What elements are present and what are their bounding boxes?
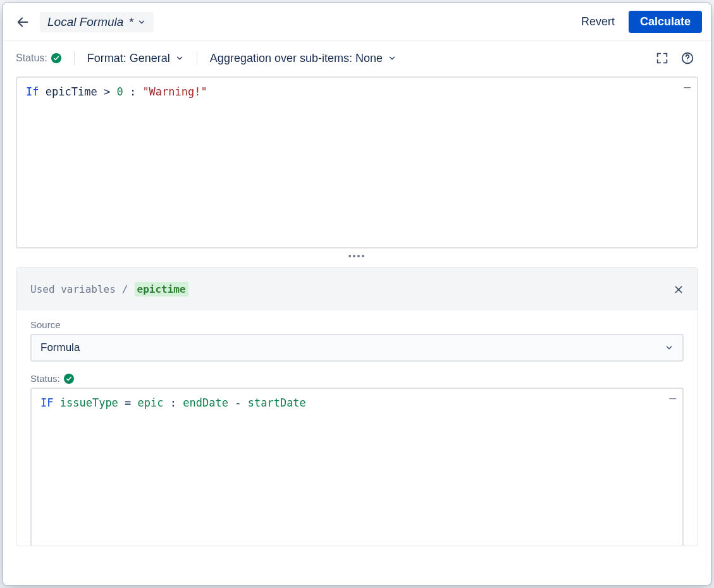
code-token: epicTime: [46, 85, 97, 98]
code-token: If: [26, 85, 39, 98]
code-token: 0: [116, 85, 123, 98]
chevron-down-icon: [175, 54, 184, 63]
format-label: Format: General: [87, 52, 170, 65]
code-token: "Warning!": [142, 85, 207, 98]
code-token: startDate: [248, 396, 306, 409]
chevron-down-icon: [388, 54, 397, 63]
format-dropdown[interactable]: Format: General: [87, 52, 184, 65]
status-label: Status:: [16, 52, 47, 64]
source-value: Formula: [40, 341, 80, 354]
collapse-icon[interactable]: —: [684, 80, 691, 94]
code-token: =: [125, 396, 131, 409]
resize-handle[interactable]: ••••: [3, 248, 711, 267]
code-token: :: [130, 85, 136, 98]
code-token: :: [170, 396, 176, 409]
collapse-icon[interactable]: —: [669, 391, 676, 405]
nested-status: Status:: [30, 373, 684, 384]
variable-panel-header: Used variables / epictime: [16, 268, 698, 310]
source-select[interactable]: Formula: [30, 334, 684, 362]
code-token: -: [235, 396, 241, 409]
aggregation-dropdown[interactable]: Aggregation over sub-items: None: [210, 52, 397, 65]
code-token: IF: [40, 396, 53, 409]
nested-status-label: Status:: [30, 373, 60, 384]
svg-point-2: [687, 61, 687, 61]
status-ok-icon: [51, 53, 61, 63]
code-token: >: [104, 85, 110, 98]
variable-panel-body: Source Formula Status: — IF issueType: [16, 310, 698, 546]
back-button[interactable]: [12, 11, 34, 33]
source-label: Source: [30, 319, 684, 330]
editor-toolbar: Status: Format: General Aggregation over…: [3, 41, 711, 77]
revert-button[interactable]: Revert: [574, 11, 622, 32]
formula-editor[interactable]: — If epicTime > 0 : "Warning!": [16, 77, 698, 248]
variable-panel: Used variables / epictime Source Formula…: [16, 267, 698, 546]
calculate-button[interactable]: Calculate: [629, 11, 702, 33]
variable-name: epictime: [135, 282, 188, 297]
code-token: epic: [138, 396, 164, 409]
close-icon: [674, 285, 684, 295]
chevron-down-icon: [665, 343, 674, 352]
maximize-icon: [655, 51, 669, 65]
status-ok-icon: [64, 374, 74, 384]
modal-body[interactable]: Status: Format: General Aggregation over…: [3, 41, 711, 585]
fullscreen-button[interactable]: [651, 47, 673, 69]
modal-header: Local Formula * Revert Calculate: [3, 3, 711, 41]
help-button[interactable]: [677, 47, 698, 69]
formula-editor-modal: Local Formula * Revert Calculate Status:…: [3, 3, 711, 585]
code-token: endDate: [183, 396, 228, 409]
dirty-indicator: *: [128, 15, 133, 29]
code-token: issueType: [60, 396, 118, 409]
nested-formula-editor[interactable]: — IF issueType = epic : endDate - startD…: [30, 388, 684, 546]
separator: [74, 51, 75, 65]
aggregation-label: Aggregation over sub-items: None: [210, 52, 383, 65]
breadcrumb-separator: /: [122, 283, 128, 295]
formula-title: Local Formula: [47, 15, 123, 29]
breadcrumb-root[interactable]: Used variables: [30, 283, 116, 295]
chevron-down-icon: [137, 18, 146, 27]
formula-title-dropdown[interactable]: Local Formula *: [40, 12, 154, 32]
close-variable-button[interactable]: [674, 285, 684, 295]
help-icon: [680, 51, 694, 65]
separator: [197, 51, 197, 65]
arrow-left-icon: [16, 15, 30, 29]
